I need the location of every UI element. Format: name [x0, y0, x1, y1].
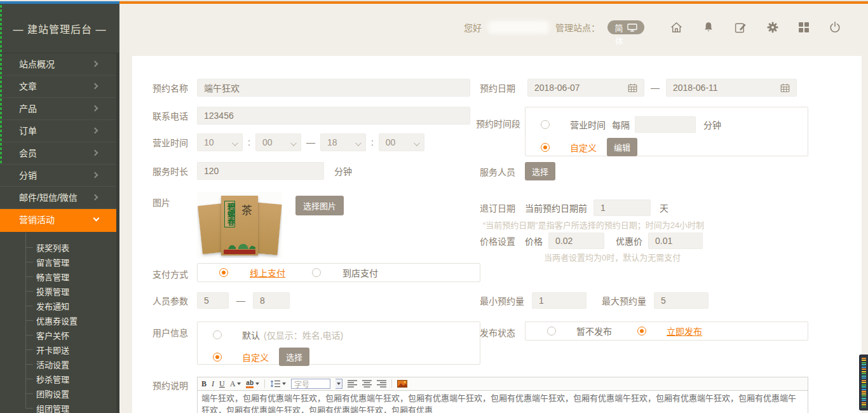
userinfo-box: 默认 (仅显示：姓名,电话) 自定义 选择 [197, 322, 480, 365]
submenu-item-changyan-mgmt[interactable]: 畅言管理 [0, 269, 116, 284]
timeslot-business-radio[interactable] [541, 120, 550, 129]
underline-button[interactable]: U [219, 379, 225, 389]
cancel-days-input[interactable]: 1 [593, 200, 651, 216]
submenu-item-group-buy[interactable]: 团购设置 [0, 386, 116, 401]
timeslot-edit-button[interactable]: 编辑 [607, 138, 637, 156]
edit-site-button[interactable] [734, 21, 747, 34]
home-button[interactable] [670, 21, 683, 34]
timeslot-business-label: 营业时间 [570, 118, 606, 131]
price-label: 价格设置 [480, 234, 515, 247]
app-logo: — 建站管理后台 — [0, 4, 119, 53]
sidebar-item-members[interactable]: 会员 [0, 142, 116, 165]
payment-online-label[interactable]: 线上支付 [250, 266, 285, 279]
sidebar-item-products[interactable]: 产品 [0, 98, 116, 120]
font-color-button[interactable]: A [230, 379, 241, 389]
userinfo-custom-radio[interactable] [213, 353, 222, 362]
cancel-prefix: 当前预约日期前 [525, 201, 587, 214]
submenu-item-message-mgmt[interactable]: 留言管理 [0, 255, 116, 269]
discount-input[interactable]: 0.01 [648, 233, 703, 249]
submenu-item-activity-settings[interactable]: 活动设置 [0, 357, 116, 372]
align-right-button[interactable] [377, 380, 386, 388]
submenu-item-award-list[interactable]: 获奖列表 [0, 240, 116, 255]
publish-later-radio[interactable] [547, 327, 556, 335]
userinfo-custom-label[interactable]: 自定义 [242, 351, 269, 363]
booking-min-input[interactable]: 1 [532, 292, 587, 309]
phone-input[interactable]: 123456 [197, 107, 470, 125]
hours-to-min-select[interactable]: 00 [379, 133, 424, 151]
userinfo-default-radio[interactable] [213, 330, 222, 339]
publish-now-label[interactable]: 立即发布 [667, 325, 702, 337]
insert-image-button[interactable] [397, 380, 407, 388]
timeslot-interval-label: 每隔 [612, 118, 630, 131]
userinfo-select-button[interactable]: 选择 [279, 348, 309, 366]
hours-from-hour-select[interactable]: 10 [197, 133, 243, 151]
apps-button[interactable] [798, 22, 810, 33]
sidebar-item-site-overview[interactable]: 站点概况 [0, 53, 116, 76]
bold-button[interactable]: B [201, 379, 207, 389]
name-input[interactable]: 端午狂欢 [197, 79, 470, 97]
caret-down-icon [255, 383, 259, 385]
people-label: 人员参数 [153, 294, 197, 307]
highlight-button[interactable]: ab [246, 380, 259, 388]
field-row-date: 预约日期 2018-06-07 — 2018-06-11 [480, 79, 797, 97]
font-size-input[interactable]: 字号 [291, 379, 330, 389]
date-from-value: 2018-06-07 [534, 83, 580, 93]
duration-input[interactable]: 120 [197, 162, 324, 180]
caret-down-icon [237, 383, 241, 385]
date-from-input[interactable]: 2018-06-07 [527, 79, 644, 97]
staff-select-button[interactable]: 选择 [525, 162, 555, 180]
font-size-dropdown-button[interactable] [336, 379, 342, 389]
calendar-icon[interactable] [628, 83, 637, 93]
calendar-icon[interactable] [780, 83, 790, 93]
tea-red-band [224, 250, 255, 254]
choose-image-button[interactable]: 选择图片 [295, 196, 344, 215]
page: — 建站管理后台 — 站点概况 文章 产品 订单 会员 分销 邮件/短信/微信 … [0, 0, 868, 413]
sidebar-menu: 站点概况 文章 产品 订单 会员 分销 邮件/短信/微信 营销活动 [0, 53, 116, 232]
payment-offline-radio[interactable] [312, 268, 321, 277]
sidebar-item-orders[interactable]: 订单 [0, 120, 116, 142]
timeslot-interval-input[interactable] [635, 116, 696, 133]
price-input[interactable]: 0.02 [548, 233, 604, 249]
submenu-item-publish-notice[interactable]: 发布通知 [0, 299, 116, 313]
sidebar-scrollbar[interactable] [116, 53, 119, 413]
booking-max-input[interactable]: 5 [654, 292, 709, 309]
sidebar-item-distribution[interactable]: 分销 [0, 165, 116, 187]
submenu-item-coupon-settings[interactable]: 优惠券设置 [0, 313, 116, 328]
line-spacing-icon [270, 380, 280, 388]
editor-content[interactable]: 端午狂欢，包厢有优惠端午狂欢，包厢有优惠端午狂欢，包厢有优惠端午狂欢，包厢有优惠… [197, 391, 808, 413]
sidebar-item-marketing-active[interactable]: 营销活动 [0, 209, 116, 232]
userinfo-option-default: 默认 (仅显示：姓名,电话) [213, 328, 343, 341]
booking-max-label: 最大预约量 [602, 294, 646, 307]
date-to-input[interactable]: 2018-06-11 [666, 79, 797, 97]
submenu-item-card-gift[interactable]: 开卡即送 [0, 342, 116, 357]
timeslot-custom-label[interactable]: 自定义 [570, 141, 597, 154]
edit-icon [734, 21, 747, 34]
people-max-input[interactable]: 8 [253, 292, 290, 309]
submenu-item-flash-sale[interactable]: 秒杀管理 [0, 372, 116, 386]
people-min-input[interactable]: 5 [197, 292, 229, 309]
settings-button[interactable] [766, 21, 779, 34]
hours-colon: : [248, 137, 250, 147]
italic-button[interactable]: I [212, 379, 214, 389]
submenu-item-group-mgmt[interactable]: 组团管理 [0, 401, 116, 413]
publish-now-radio[interactable] [637, 327, 646, 335]
align-center-button[interactable] [362, 380, 372, 388]
align-left-button[interactable] [348, 380, 357, 388]
language-switcher[interactable]: 简 体 [607, 20, 644, 34]
hours-from-min-select[interactable]: 00 [255, 133, 301, 151]
line-spacing-button[interactable] [270, 380, 286, 388]
color-palette-widget[interactable] [859, 355, 868, 410]
submenu-item-vote-mgmt[interactable]: 投票管理 [0, 284, 116, 299]
editor-toolbar: B I U A ab 字号 [197, 377, 808, 391]
timeslot-custom-radio[interactable] [541, 143, 550, 152]
sidebar-item-mail-sms-wechat[interactable]: 邮件/短信/微信 [0, 187, 116, 209]
payment-online-radio[interactable] [219, 268, 228, 277]
field-row-name: 预约名称 端午狂欢 [153, 79, 470, 97]
notifications-button[interactable] [702, 21, 715, 34]
submenu-label: 团购设置 [36, 388, 69, 400]
logout-button[interactable] [829, 21, 841, 34]
sidebar-item-articles[interactable]: 文章 [0, 76, 116, 98]
hours-to-hour-select[interactable]: 18 [320, 133, 366, 151]
submenu-item-customer-care[interactable]: 客户关怀 [0, 328, 116, 342]
highlight-label: ab [246, 380, 254, 388]
